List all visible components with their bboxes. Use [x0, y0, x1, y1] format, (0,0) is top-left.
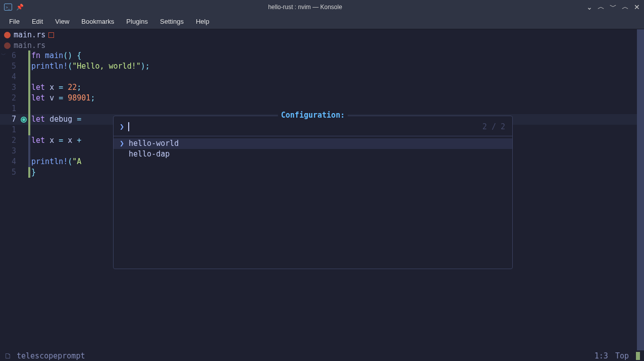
popup-item[interactable]: ❯ hello-world — [114, 138, 512, 149]
line-number: 5 — [2, 61, 19, 72]
line-number: 5 — [2, 167, 19, 178]
window-title: hello-rust : nvim — Konsole — [24, 4, 586, 11]
breakpoint-icon[interactable] — [21, 117, 27, 123]
telescope-popup: Configuration: ❯ 2 / 2 ❯ hello-world hel… — [113, 116, 513, 269]
code-line[interactable]: 6 fn main() { — [2, 50, 150, 61]
popup-list: ❯ hello-world hello-dap — [114, 136, 512, 162]
minimize-icon[interactable]: ﹀ — [610, 3, 617, 12]
buffer-tabs: main.rs — [0, 29, 644, 40]
popup-item-label: hello-world — [129, 138, 179, 149]
text-cursor — [128, 122, 129, 131]
code-line[interactable]: 1 — [2, 104, 150, 114]
mode-indicator-block — [636, 352, 640, 360]
buffer-tabs-inactive: main.rs — [0, 40, 644, 50]
menu-bookmarks[interactable]: Bookmarks — [76, 16, 119, 27]
line-number: 3 — [2, 82, 19, 93]
buffer-tab-inactive[interactable]: main.rs — [4, 41, 45, 50]
rust-icon — [4, 32, 11, 38]
collapse-down-icon[interactable]: ⌄ — [586, 3, 593, 11]
menu-settings[interactable]: Settings — [155, 16, 189, 27]
fold-chevron-icon[interactable]: ﹀ — [1, 51, 6, 59]
line-number: 4 — [2, 72, 19, 82]
line-number-current: 7 — [2, 114, 19, 125]
scrollbar-thumb[interactable] — [637, 29, 644, 350]
selected-chevron-icon: ❯ — [120, 138, 125, 149]
code-line[interactable]: 4 — [2, 72, 150, 82]
status-scroll: Top — [615, 351, 629, 360]
popup-item-label: hello-dap — [129, 149, 170, 160]
buffer-tab-name: main.rs — [14, 41, 45, 50]
code-line[interactable]: 5 println!("Hello, world!"); — [2, 61, 150, 72]
menubar: File Edit View Bookmarks Plugins Setting… — [0, 14, 644, 29]
code-line[interactable]: 3 let x = 22; — [2, 82, 150, 93]
rust-icon — [4, 42, 11, 49]
terminal-icon: >_ — [4, 4, 12, 11]
prompt-chevron-icon: ❯ — [120, 122, 124, 131]
menu-edit[interactable]: Edit — [27, 16, 48, 27]
menu-help[interactable]: Help — [191, 16, 214, 27]
status-position: 1:3 — [595, 351, 608, 360]
line-number: 1 — [2, 104, 19, 114]
popup-prompt[interactable]: ❯ 2 / 2 — [114, 117, 512, 136]
file-icon: 🗋 — [4, 351, 12, 360]
line-number: 2 — [2, 93, 19, 104]
buffer-tab-active[interactable]: main.rs — [4, 30, 54, 39]
modified-indicator-icon — [48, 32, 54, 38]
code-line[interactable]: 2 let v = 98901; — [2, 93, 150, 104]
close-icon[interactable]: ✕ — [634, 3, 640, 11]
collapse-up-icon[interactable]: ︿ — [598, 3, 605, 12]
statusbar: 🗋 telescopeprompt 1:3 Top — [0, 350, 644, 361]
popup-item[interactable]: hello-dap — [114, 149, 512, 160]
line-number: 1 — [2, 125, 19, 135]
window-titlebar: >_ 📌 hello-rust : nvim — Konsole ⌄ ︿ ﹀ ︿… — [0, 0, 644, 14]
maximize-icon[interactable]: ︿ — [622, 3, 629, 12]
menu-plugins[interactable]: Plugins — [121, 16, 153, 27]
line-number: 3 — [2, 146, 19, 157]
status-mode: telescopeprompt — [17, 351, 85, 360]
popup-result-count: 2 / 2 — [482, 122, 505, 131]
menu-view[interactable]: View — [50, 16, 74, 27]
scrollbar[interactable] — [637, 29, 644, 350]
line-number: 4 — [2, 157, 19, 167]
buffer-tab-name: main.rs — [14, 30, 45, 39]
line-number: 2 — [2, 135, 19, 146]
pin-icon[interactable]: 📌 — [16, 4, 24, 11]
menu-file[interactable]: File — [4, 16, 25, 27]
